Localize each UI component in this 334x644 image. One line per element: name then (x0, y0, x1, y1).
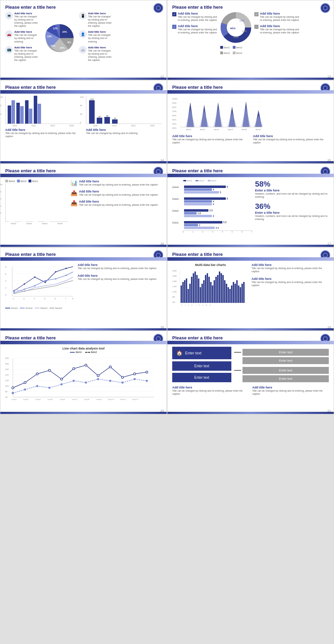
svg-rect-100 (193, 273, 194, 303)
svg-text:140: 140 (5, 374, 9, 376)
svg-text:40%: 40% (230, 27, 236, 30)
svg-text:7: 7 (65, 298, 66, 300)
pct-title-2: Enter a title here (255, 211, 329, 214)
line-chart-svg: 8 6 4 2 0 (5, 263, 75, 305)
svg-point-163 (85, 364, 87, 366)
slide-10-content: 🏠 Enter text Enter text Enter text (172, 347, 329, 395)
slide-4-bar (167, 161, 334, 163)
triangle-info-1: Add title here Title can be changed by c… (172, 134, 248, 144)
svg-point-159 (36, 373, 38, 375)
svg-text:20%: 20% (62, 31, 67, 33)
check-title-2: Add title here (260, 12, 300, 15)
flow-btn-2[interactable]: Enter text (172, 361, 231, 371)
slide-2-donut: 40% 15% 20% 25% Item1 Item2 (220, 12, 252, 54)
slide-5-bar (0, 245, 167, 247)
svg-text:2: 2 (5, 287, 7, 289)
svg-text:4: 4 (34, 298, 35, 300)
svg-rect-94 (182, 282, 184, 303)
chart1-title: Add title here (5, 128, 81, 132)
hbar-data3: Data3 6 4 4 (172, 195, 252, 205)
slide-1-left: 💻 Add title here Title can be changed by… (5, 12, 40, 64)
svg-text:8: 8 (72, 298, 73, 300)
flow-gray-btn-3[interactable]: Enter text (242, 367, 329, 374)
enter-text-2[interactable]: Enter text (194, 364, 209, 368)
svg-text:180: 180 (5, 363, 9, 365)
svg-point-157 (12, 387, 14, 389)
svg-text:Data11: Data11 (120, 399, 126, 400)
flow-gray-btn-1[interactable]: Enter text (242, 349, 329, 356)
multibar-info-1: Add title here Title can be changed by c… (252, 263, 329, 273)
svg-point-76 (65, 275, 67, 276)
flow-row-1b: Enter text (242, 357, 329, 364)
flow-diagram: 🏠 Enter text Enter text Enter text (172, 347, 329, 382)
slide-5-content: Item3 Item2 Item1 100% 80% (5, 180, 162, 225)
bar-c2-1 (89, 100, 95, 124)
bar-2012-2 (20, 106, 24, 124)
logo-1 (153, 3, 163, 13)
icon-item-1: 💻 Add title here Title can be changed by… (5, 12, 40, 28)
svg-marker-45 (254, 115, 263, 127)
flow-gray-btn-4[interactable]: Enter text (242, 375, 329, 382)
linechart2-legend: Item1 Item2 (5, 351, 162, 353)
stacked-desc-3: Title can be changed by clicking and re-… (79, 203, 158, 206)
linechart2-svg: 200 180 160 140 120 100 60 20 (5, 355, 155, 400)
multibar-info-2: Add title here Title can be changed by c… (252, 277, 329, 287)
slide-8-bar (167, 328, 334, 330)
svg-text:Item6: Item6 (255, 128, 261, 131)
svg-point-165 (109, 366, 111, 368)
slide-7: Please enter a title here (0, 247, 167, 331)
slide-2-left: ✓ Add title here Title can be changed by… (172, 12, 217, 54)
svg-point-177 (109, 380, 111, 382)
bar-c2-2 (97, 118, 102, 124)
multibar-desc-1: Title can be changed by clicking and re-… (252, 267, 329, 273)
item5-title: Add title here (14, 46, 40, 49)
check-title-3: Add title here (178, 24, 217, 28)
bar-chart-1-labels: 2010 2012 2014 2016 (5, 125, 81, 127)
item6-title: Add title here (88, 46, 114, 49)
slide-9-content: Line chart data analysis tool Item1 Item… (5, 347, 162, 401)
svg-rect-110 (210, 282, 212, 303)
svg-text:4: 4 (185, 304, 186, 306)
svg-marker-37 (199, 110, 209, 127)
stacked-legend: Item3 Item2 Item1 (5, 180, 68, 182)
stacked-desc-2: Title can be changed by clicking and re-… (79, 193, 158, 196)
enter-text-main[interactable]: Enter text (185, 351, 201, 355)
enter-text-3[interactable]: Enter text (194, 376, 209, 379)
slide-2-title: Please enter a title here (172, 5, 329, 10)
svg-rect-108 (207, 273, 208, 303)
slide-3: Please enter a title here 120 80 40 0 (0, 80, 167, 164)
multibar-title-2: Add title here (252, 277, 329, 281)
svg-rect-105 (201, 284, 203, 303)
tv-icon: 📺 (5, 46, 13, 54)
bar-2014-1 (25, 100, 29, 124)
slide-2-bar (167, 78, 334, 80)
svg-text:1,800: 1,800 (172, 275, 177, 277)
flow-home-button[interactable]: 🏠 Enter text (172, 347, 231, 359)
slide-8-content: Multi-data bar charts 2,000 1,800 1,600 … (172, 263, 329, 308)
svg-rect-119 (226, 284, 227, 303)
svg-text:1,600: 1,600 (172, 280, 177, 282)
svg-point-65 (13, 290, 15, 292)
flow-row-2: Enter text (234, 367, 329, 374)
svg-marker-39 (213, 108, 223, 127)
item5-desc: Title can be changed by clicking and re-… (14, 49, 40, 62)
hbar-legend: Item3 Item2 Item1 (183, 180, 252, 182)
slides-grid: Please enter a title here 💻 Add title he… (0, 0, 334, 414)
line-info-1: Add title here Title can be changed by c… (78, 263, 162, 270)
svg-text:6: 6 (5, 273, 7, 275)
svg-point-66 (24, 283, 25, 285)
hbar-data4: Data4 6 4 5 (172, 183, 252, 194)
svg-rect-93 (181, 285, 182, 303)
svg-text:15%: 15% (239, 19, 244, 22)
flow-gray-btn-2[interactable]: Enter text (242, 357, 329, 364)
flow-btn-3[interactable]: Enter text (172, 373, 231, 382)
svg-point-158 (24, 382, 26, 384)
item4-title: Add title here (88, 30, 114, 33)
svg-text:5: 5 (188, 304, 189, 306)
pct-section-1: 58% Enter a title here Headers, numbers,… (255, 180, 329, 198)
svg-text:160: 160 (5, 368, 9, 370)
check-title-1: Add title here (178, 12, 217, 15)
svg-text:30%: 30% (172, 127, 177, 129)
car-icon: 🚗 (5, 30, 13, 38)
svg-rect-111 (212, 285, 213, 303)
